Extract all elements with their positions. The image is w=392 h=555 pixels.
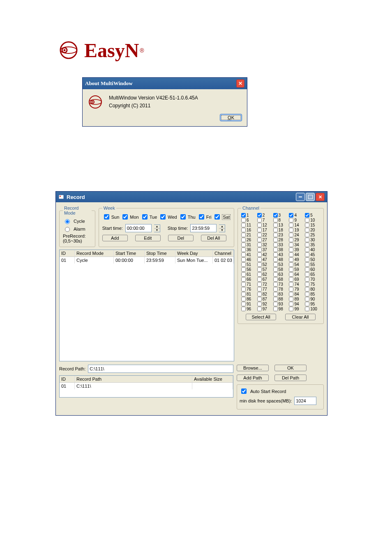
channel-checkbox-74[interactable]: 74 — [289, 282, 304, 287]
channel-checkbox-97[interactable]: 97 — [257, 307, 272, 311]
channel-checkbox-52[interactable]: 52 — [257, 262, 272, 267]
edit-button[interactable]: Edit — [135, 235, 161, 241]
channel-checkbox-98[interactable]: 98 — [273, 307, 288, 311]
channel-checkbox-28[interactable]: 28 — [273, 238, 288, 242]
channel-checkbox-39[interactable]: 39 — [289, 247, 304, 252]
add-path-button[interactable]: Add Path — [237, 375, 269, 381]
channel-checkbox-92[interactable]: 92 — [257, 302, 272, 306]
channel-checkbox-50[interactable]: 50 — [305, 257, 320, 262]
channel-checkbox-91[interactable]: 91 — [241, 302, 256, 306]
channel-checkbox-69[interactable]: 69 — [289, 277, 304, 282]
path-list[interactable]: ID Record Path Available Size 01 C:\111\ — [59, 375, 233, 398]
weekday-tue[interactable]: Tue — [141, 213, 157, 221]
channel-checkbox-15[interactable]: 15 — [305, 223, 320, 227]
channel-checkbox-71[interactable]: 71 — [241, 282, 256, 287]
channel-checkbox-34[interactable]: 34 — [289, 243, 304, 247]
channel-checkbox-42[interactable]: 42 — [257, 252, 272, 257]
channel-checkbox-17[interactable]: 17 — [257, 228, 272, 232]
channel-checkbox-56[interactable]: 56 — [241, 267, 256, 272]
channel-checkbox-100[interactable]: 100 — [305, 307, 320, 311]
channel-checkbox-62[interactable]: 62 — [257, 272, 272, 277]
channel-checkbox-88[interactable]: 88 — [273, 297, 288, 301]
channel-checkbox-73[interactable]: 73 — [273, 282, 288, 287]
channel-checkbox-31[interactable]: 31 — [241, 243, 256, 247]
channel-checkbox-67[interactable]: 67 — [257, 277, 272, 282]
channel-checkbox-14[interactable]: 14 — [289, 223, 304, 227]
channel-checkbox-99[interactable]: 99 — [289, 307, 304, 311]
channel-checkbox-75[interactable]: 75 — [305, 282, 320, 287]
channel-checkbox-95[interactable]: 95 — [305, 302, 320, 306]
channel-checkbox-81[interactable]: 81 — [241, 292, 256, 296]
channel-checkbox-18[interactable]: 18 — [273, 228, 288, 232]
record-close-button[interactable] — [316, 193, 325, 201]
min-space-input[interactable] — [294, 397, 316, 405]
channel-checkbox-49[interactable]: 49 — [289, 257, 304, 262]
channel-checkbox-78[interactable]: 78 — [273, 287, 288, 291]
channel-checkbox-16[interactable]: 16 — [241, 228, 256, 232]
channel-checkbox-38[interactable]: 38 — [273, 247, 288, 252]
channel-checkbox-43[interactable]: 43 — [273, 252, 288, 257]
channel-checkbox-89[interactable]: 89 — [289, 297, 304, 301]
channel-checkbox-90[interactable]: 90 — [305, 297, 320, 301]
channel-checkbox-85[interactable]: 85 — [305, 292, 320, 296]
channel-checkbox-25[interactable]: 25 — [305, 233, 320, 237]
channel-checkbox-8[interactable]: 8 — [273, 218, 288, 222]
path-row[interactable]: 01 C:\111\ — [60, 383, 233, 389]
schedule-list[interactable]: ID Record Mode Start Time Stop Time Week… — [59, 250, 234, 361]
channel-checkbox-96[interactable]: 96 — [241, 307, 256, 311]
path-ok-button[interactable]: OK — [274, 365, 307, 371]
channel-checkbox-24[interactable]: 24 — [289, 233, 304, 237]
maximize-button[interactable] — [306, 193, 315, 201]
channel-checkbox-1[interactable]: 1 — [241, 213, 256, 217]
channel-checkbox-26[interactable]: 26 — [241, 238, 256, 242]
weekday-fri[interactable]: Fri — [197, 213, 212, 221]
del-path-button[interactable]: Del Path — [274, 375, 307, 381]
about-ok-button[interactable]: OK — [220, 114, 242, 121]
weekday-mon[interactable]: Mon — [121, 213, 138, 221]
channel-checkbox-10[interactable]: 10 — [305, 218, 320, 222]
weekday-thu[interactable]: Thu — [179, 213, 196, 221]
channel-checkbox-40[interactable]: 40 — [305, 247, 320, 252]
channel-checkbox-70[interactable]: 70 — [305, 277, 320, 282]
channel-checkbox-36[interactable]: 36 — [241, 247, 256, 252]
channel-checkbox-48[interactable]: 48 — [273, 257, 288, 262]
channel-checkbox-55[interactable]: 55 — [305, 262, 320, 267]
minimize-button[interactable] — [296, 193, 305, 201]
record-path-input[interactable] — [88, 365, 233, 373]
channel-checkbox-54[interactable]: 54 — [289, 262, 304, 267]
channel-checkbox-76[interactable]: 76 — [241, 287, 256, 291]
channel-checkbox-86[interactable]: 86 — [241, 297, 256, 301]
channel-checkbox-30[interactable]: 30 — [305, 238, 320, 242]
weekday-sun[interactable]: Sun — [102, 213, 120, 221]
auto-start-checkbox[interactable]: Auto Start Record — [240, 387, 321, 395]
channel-checkbox-44[interactable]: 44 — [289, 252, 304, 257]
cycle-radio[interactable]: Cycle — [63, 218, 92, 224]
channel-checkbox-59[interactable]: 59 — [289, 267, 304, 272]
channel-checkbox-84[interactable]: 84 — [289, 292, 304, 296]
select-all-button[interactable]: Select All — [246, 314, 276, 320]
channel-checkbox-60[interactable]: 60 — [305, 267, 320, 272]
channel-checkbox-80[interactable]: 80 — [305, 287, 320, 291]
add-button[interactable]: Add — [102, 235, 128, 241]
channel-checkbox-46[interactable]: 46 — [241, 257, 256, 262]
channel-checkbox-9[interactable]: 9 — [289, 218, 304, 222]
channel-checkbox-2[interactable]: 2 — [257, 213, 272, 217]
del-button[interactable]: Del — [168, 235, 194, 241]
channel-checkbox-64[interactable]: 64 — [289, 272, 304, 277]
channel-checkbox-77[interactable]: 77 — [257, 287, 272, 291]
channel-checkbox-5[interactable]: 5 — [305, 213, 320, 217]
channel-checkbox-21[interactable]: 21 — [241, 233, 256, 237]
channel-checkbox-83[interactable]: 83 — [273, 292, 288, 296]
channel-checkbox-63[interactable]: 63 — [273, 272, 288, 277]
channel-checkbox-53[interactable]: 53 — [273, 262, 288, 267]
channel-checkbox-47[interactable]: 47 — [257, 257, 272, 262]
channel-checkbox-37[interactable]: 37 — [257, 247, 272, 252]
channel-checkbox-35[interactable]: 35 — [305, 243, 320, 247]
channel-checkbox-87[interactable]: 87 — [257, 297, 272, 301]
channel-checkbox-41[interactable]: 41 — [241, 252, 256, 257]
channel-checkbox-61[interactable]: 61 — [241, 272, 256, 277]
channel-checkbox-7[interactable]: 7 — [257, 218, 272, 222]
channel-checkbox-68[interactable]: 68 — [273, 277, 288, 282]
channel-checkbox-82[interactable]: 82 — [257, 292, 272, 296]
channel-checkbox-66[interactable]: 66 — [241, 277, 256, 282]
